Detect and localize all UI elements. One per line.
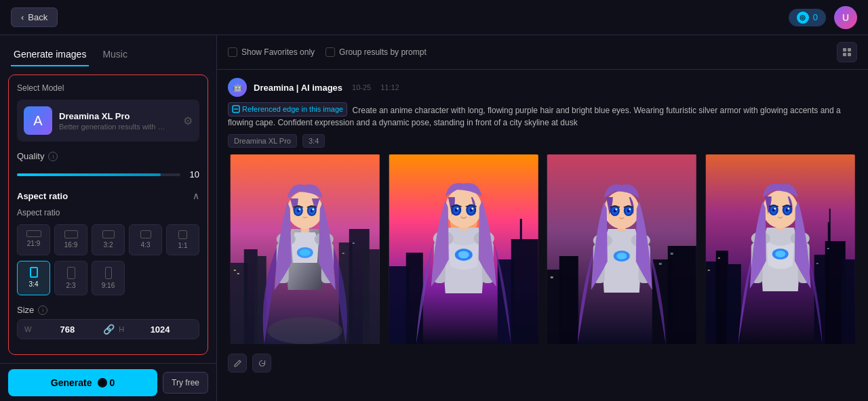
result-edit-icon[interactable]	[228, 354, 247, 373]
model-section: Select Model A Dreamina XL Pro Better ge…	[8, 75, 208, 355]
aspect-btn-3-4[interactable]: 3:4	[17, 261, 50, 295]
svg-point-35	[312, 209, 314, 211]
svg-rect-68	[659, 263, 662, 265]
svg-rect-14	[237, 273, 239, 274]
svg-rect-3	[848, 53, 851, 56]
image-cell-2[interactable]	[387, 154, 541, 344]
show-favorites-label[interactable]: Show Favorites only	[228, 47, 315, 57]
svg-point-45	[458, 251, 469, 259]
back-button[interactable]: ‹ Back	[11, 7, 58, 27]
result-avatar: 🤖	[228, 78, 247, 97]
svg-rect-67	[551, 276, 553, 278]
model-settings-icon[interactable]: ⚙	[183, 114, 193, 127]
size-info-icon[interactable]: i	[38, 305, 47, 315]
aspect-icon-1-1	[178, 230, 187, 239]
group-results-label[interactable]: Group results by prompt	[326, 47, 427, 57]
svg-rect-42	[511, 239, 538, 344]
image-cell-3[interactable]	[545, 154, 699, 344]
width-value[interactable]: 768	[35, 324, 99, 335]
svg-rect-1	[848, 48, 851, 51]
app-header: ‹ Back ◎ 0 U	[0, 0, 868, 35]
svg-rect-64	[559, 256, 578, 344]
aspect-btn-3-2[interactable]: 3:2	[92, 224, 125, 255]
width-label: W	[24, 325, 31, 333]
aspect-icon-3-2	[102, 230, 115, 238]
svg-rect-98	[717, 257, 719, 259]
generate-bar: Generate ◎ 0 Try free	[0, 363, 216, 401]
quality-slider[interactable]	[17, 173, 180, 176]
height-value[interactable]: 1024	[128, 324, 192, 335]
coin-badge: ◎ 0	[789, 9, 826, 26]
svg-rect-97	[707, 270, 709, 271]
size-label: Size	[17, 305, 34, 315]
aspect-btn-16-9[interactable]: 16:9	[54, 224, 87, 255]
tab-music[interactable]: Music	[100, 43, 130, 66]
left-panel: Generate images Music Select Model A Dre…	[0, 35, 217, 401]
tab-generate-images[interactable]: Generate images	[11, 43, 89, 66]
result-prompt: Referenced edge in this image Create an …	[228, 102, 857, 129]
user-avatar[interactable]: U	[834, 6, 857, 29]
result-footer	[228, 351, 857, 375]
try-free-button[interactable]: Try free	[163, 372, 208, 394]
aspect-ratio-collapse-btn[interactable]: ∧	[193, 190, 199, 201]
anime-image-3	[545, 154, 699, 344]
svg-point-17	[268, 317, 342, 344]
quality-slider-row: 10	[17, 169, 199, 180]
model-card[interactable]: A Dreamina XL Pro Better generation resu…	[17, 100, 199, 142]
aspect-btn-21-9[interactable]: 21:9	[17, 224, 50, 255]
svg-rect-99	[816, 263, 818, 264]
svg-point-117	[774, 208, 776, 210]
aspect-ratio-title: Aspect ratio	[17, 191, 68, 201]
svg-point-118	[787, 208, 789, 210]
aspect-icon-2-3	[67, 267, 75, 279]
aspect-icon-3-4	[30, 267, 38, 278]
svg-rect-95	[827, 222, 830, 241]
quality-info-icon[interactable]: i	[48, 152, 58, 161]
group-results-checkbox[interactable]	[326, 47, 335, 57]
result-refresh-icon[interactable]	[252, 354, 271, 373]
aspect-ratio-sublabel: Aspect ratio	[17, 208, 199, 217]
image-cell-4[interactable]	[703, 154, 858, 344]
aspect-btn-2-3[interactable]: 2:3	[54, 261, 87, 295]
aspect-ratio-grid-row2: 3:4 2:3 9:16	[17, 261, 199, 295]
result-date: 10-25	[352, 83, 371, 91]
result-header: 🤖 Dreamina | AI images 10-25 11:12	[228, 78, 857, 97]
link-icon: 🔗	[103, 324, 115, 335]
svg-point-86	[615, 209, 617, 211]
svg-rect-91	[726, 264, 741, 344]
aspect-btn-9-16[interactable]: 9:16	[92, 261, 125, 295]
svg-rect-12	[363, 249, 380, 344]
svg-rect-40	[406, 253, 422, 344]
quality-row: Quality i	[17, 151, 199, 161]
image-cell-1[interactable]	[228, 154, 382, 344]
size-inputs: W 768 🔗 H 1024	[17, 319, 199, 339]
aspect-ratio-header: Aspect ratio ∧	[17, 190, 199, 201]
svg-point-27	[288, 191, 323, 229]
prompt-tag-ratio: 3:4	[302, 134, 325, 148]
show-favorites-checkbox[interactable]	[228, 47, 237, 57]
back-label: Back	[28, 12, 47, 22]
anime-image-2	[387, 154, 541, 344]
model-description: Better generation results with profe...	[59, 123, 167, 131]
quality-slider-fill	[17, 173, 161, 176]
generate-button[interactable]: Generate ◎ 0	[8, 369, 157, 396]
svg-rect-43	[519, 219, 521, 239]
anime-image-1	[228, 154, 382, 344]
aspect-icon-9-16	[105, 267, 112, 279]
prompt-tag-model: Dreamina XL Pro	[228, 134, 297, 148]
right-panel: Show Favorites only Group results by pro…	[217, 35, 868, 401]
quality-value: 10	[186, 169, 199, 180]
toolbar-grid-icon[interactable]	[837, 42, 857, 62]
aspect-btn-1-1[interactable]: 1:1	[166, 224, 199, 255]
coin-count: 0	[813, 12, 818, 22]
aspect-icon-4-3	[140, 230, 151, 238]
svg-rect-94	[841, 259, 854, 344]
svg-rect-0	[843, 48, 846, 51]
aspect-btn-4-3[interactable]: 4:3	[129, 224, 162, 255]
model-icon: A	[24, 106, 52, 135]
result-card: 🤖 Dreamina | AI images 10-25 11:12 Refer…	[217, 70, 868, 401]
svg-rect-13	[234, 270, 236, 271]
coin-icon: ◎	[797, 12, 809, 24]
image-grid	[228, 154, 857, 344]
aspect-icon-21-9	[26, 230, 41, 237]
